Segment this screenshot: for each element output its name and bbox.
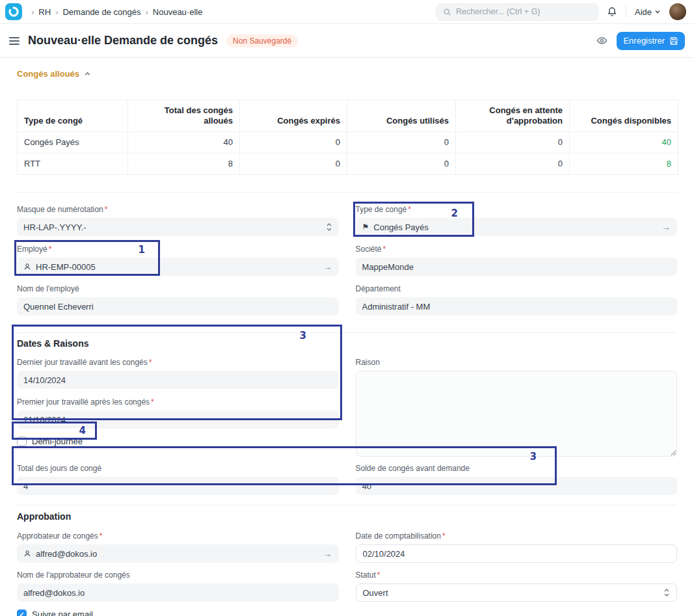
search-input[interactable] (456, 7, 591, 16)
user-icon (23, 550, 31, 557)
table-cell: 0 (347, 154, 456, 175)
follow-link-arrow-icon[interactable]: → (661, 222, 671, 232)
table-header-row: Type de congé Total des congés alloués C… (18, 100, 678, 132)
field-label: Masque de numérotation* (17, 205, 339, 215)
table-cell: 0 (240, 154, 347, 175)
breadcrumb-item-doctype[interactable]: Demande de congés (62, 7, 140, 17)
annotation-number-4: 4 (79, 425, 86, 436)
leave-allocation-table: Type de congé Total des congés alloués C… (17, 100, 678, 175)
table-cell: 0 (456, 132, 570, 154)
notifications-bell-icon[interactable] (607, 7, 617, 17)
company-display: MappeMonde (356, 258, 678, 276)
breadcrumb-separator: › (145, 7, 148, 17)
user-avatar[interactable] (669, 3, 686, 20)
table-cell: 40 (128, 132, 240, 154)
annotation-number-3: 3 (530, 451, 537, 462)
column-header: Congés en attente d'approbation (456, 100, 570, 132)
naming-series-field: Masque de numérotation* HR-LAP-.YYYY.- (17, 205, 339, 236)
breadcrumb-item-current[interactable]: Nouveau·elle (153, 7, 203, 17)
allocated-section-toggle[interactable]: Congés alloués (17, 68, 677, 79)
posting-date-field: Date de comptabilisation* (356, 531, 678, 563)
follow-email-field[interactable]: Suivre par email (17, 609, 339, 616)
table-cell: RTT (18, 154, 128, 175)
breadcrumb-separator: › (55, 7, 58, 17)
breadcrumb-item-rh[interactable]: RH (38, 7, 51, 17)
navbar-divider (626, 6, 626, 18)
approver-field: Approbateur de congés* alfred@dokos.io → (17, 531, 339, 563)
approver-name-display: alfred@dokos.io (17, 583, 339, 602)
table-cell-available: 40 (570, 132, 678, 154)
status-field: Statut* Ouvert (356, 570, 678, 602)
follow-email-checkbox[interactable] (17, 609, 27, 616)
field-label: Raison (356, 358, 678, 368)
breadcrumb-separator: › (31, 7, 34, 17)
page-head: Nouveau·elle Demande de congés Non Sauve… (0, 24, 694, 58)
table-row: Congés Payés 40 0 0 0 40 (18, 132, 678, 154)
save-button[interactable]: Enregistrer (617, 32, 685, 50)
reason-field: Raison (356, 358, 678, 459)
follow-link-arrow-icon[interactable]: → (323, 548, 332, 559)
column-header: Congés expirés (240, 100, 347, 132)
company-field: Société* MappeMonde (356, 245, 678, 276)
select-chevrons-icon (326, 222, 332, 232)
annotation-box-2: 2 (353, 202, 474, 237)
annotation-box-3b: 3 (12, 446, 557, 485)
table-cell: 0 (347, 132, 456, 154)
global-search[interactable] (436, 3, 598, 21)
select-chevrons-icon (663, 588, 670, 597)
search-icon (443, 8, 451, 16)
approver-link-field[interactable]: alfred@dokos.io → (17, 544, 339, 563)
page-title: Nouveau·elle Demande de congés (28, 34, 218, 47)
breadcrumb: › RH › Demande de congés › Nouveau·elle (31, 7, 202, 17)
approval-section: Approbation Approbateur de congés* alfre… (17, 505, 677, 616)
column-header: Total des congés alloués (128, 100, 240, 132)
field-label: Société* (356, 245, 678, 254)
chevron-up-icon (84, 70, 91, 77)
column-header: Type de congé (18, 100, 128, 132)
annotation-number-2: 2 (451, 208, 458, 219)
field-label: Nom de l'approbateur de congés (17, 570, 339, 580)
status-badge: Non Sauvegardé (226, 34, 298, 47)
table-cell: 0 (456, 154, 570, 175)
help-label: Aide (635, 7, 652, 17)
table-cell-available: 8 (570, 154, 678, 175)
field-label: Statut* (356, 570, 678, 580)
field-label: Département (356, 284, 678, 294)
table-cell: 0 (240, 132, 347, 154)
reason-textarea[interactable] (356, 371, 678, 457)
allocated-section-title: Congés alloués (17, 69, 79, 79)
navbar: › RH › Demande de congés › Nouveau·elle … (0, 0, 694, 24)
sidebar-toggle-icon[interactable] (9, 37, 20, 45)
app-logo-icon[interactable] (5, 3, 22, 20)
watch-eye-icon[interactable] (596, 35, 607, 46)
annotation-box-3a: 3 (12, 325, 342, 420)
table-cell: 8 (128, 154, 240, 175)
posting-date-input[interactable] (356, 544, 678, 563)
annotation-number-3: 3 (300, 330, 306, 341)
annotation-box-1: 1 (14, 240, 160, 276)
status-select[interactable]: Ouvert (356, 583, 678, 602)
approval-section-title: Approbation (17, 511, 677, 522)
field-label: Approbateur de congés* (17, 531, 339, 541)
table-row: RTT 8 0 0 0 8 (18, 154, 678, 175)
employee-name-display: Quennel Echeverri (17, 297, 339, 315)
column-header: Congés utilisés (347, 100, 456, 132)
save-icon (669, 36, 678, 46)
field-label: Date de comptabilisation* (356, 531, 678, 541)
table-cell: Congés Payés (18, 132, 128, 154)
department-field: Département Administratif - MM (356, 284, 678, 315)
allocated-leaves-section: Congés alloués Type de congé Total des c… (17, 58, 677, 193)
follow-email-label: Suivre par email (32, 609, 93, 616)
naming-series-select[interactable]: HR-LAP-.YYYY.- (17, 218, 339, 236)
follow-link-arrow-icon[interactable]: → (323, 261, 332, 272)
help-menu[interactable]: Aide (635, 7, 661, 17)
field-label: Nom de l'employé (17, 284, 339, 294)
approver-name-field: Nom de l'approbateur de congés alfred@do… (17, 570, 339, 602)
employee-name-field: Nom de l'employé Quennel Echeverri (17, 284, 339, 315)
annotation-box-4: 4 (12, 422, 97, 440)
column-header: Congés disponibles (570, 100, 678, 132)
department-display: Administratif - MM (356, 297, 678, 315)
save-button-label: Enregistrer (623, 36, 665, 46)
chevron-down-icon (654, 8, 661, 15)
annotation-number-1: 1 (139, 244, 145, 256)
